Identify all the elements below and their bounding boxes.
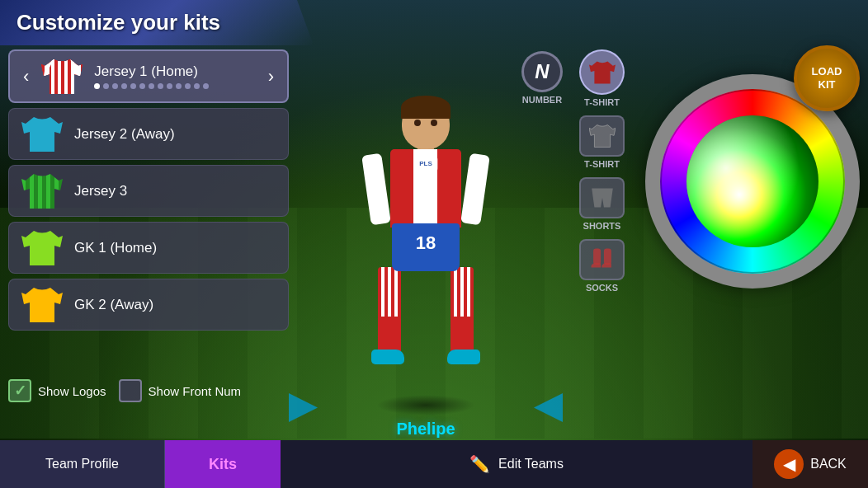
show-front-num-label: Show Front Num [149,384,242,398]
nav-edit-teams[interactable]: ✏️ Edit Teams [281,440,752,488]
kit-item-gk2[interactable]: GK 2 (Away) [8,279,289,331]
gk1-svg [21,231,63,265]
player-number: 18 [409,232,442,254]
player-prev-arrow[interactable] [289,393,318,422]
page-title: Customize your kits [17,10,220,35]
kit-next-arrow[interactable]: › [265,66,277,87]
gk2-name: GK 2 (Away) [74,297,153,313]
player-name: Phelipe [396,420,455,439]
svg-rect-5 [593,249,601,265]
jersey1-row: Jersey 1 (Home) [94,63,257,80]
player-sock-left [378,317,401,354]
kit-item-gk1[interactable]: GK 1 (Home) [8,222,289,274]
player-face [409,115,442,131]
dot-6 [149,83,154,89]
color-wheel-overlay [686,115,818,247]
jersey1-svg [41,59,83,94]
gk2-svg [21,288,63,322]
dot-10 [185,83,191,89]
kit-part-tshirt1[interactable]: T-SHIRT [579,49,625,107]
kit-item-jersey2[interactable]: Jersey 2 (Away) [8,108,289,160]
player-leg-left-upper [378,267,401,321]
kit-parts: T-SHIRT T-SHIRT SHORTS SOCKS [579,49,625,293]
player-logo: PLS [413,157,438,171]
jersey2-icon [19,115,64,152]
back-arrow-icon: ◀ [783,454,795,474]
dot-7 [158,83,163,89]
nav-team-profile-label: Team Profile [45,457,119,472]
show-logos-label: Show Logos [38,384,106,398]
number-circle[interactable]: N [521,51,563,92]
back-circle[interactable]: ◀ [774,449,804,479]
player-arm-right [460,153,490,226]
show-front-num-box[interactable] [119,379,142,402]
jersey3-svg [21,174,63,209]
load-kit-label-line2: KIT [818,78,836,92]
nav-kits[interactable]: Kits [165,440,281,488]
dot-5 [139,83,145,89]
jersey3-name: Jersey 3 [74,183,127,199]
tshirt2-icon[interactable] [579,115,625,157]
tshirt1-icon[interactable] [579,49,625,95]
jersey2-svg [21,117,63,152]
kit-part-shorts[interactable]: SHORTS [579,177,625,231]
nav-team-profile[interactable]: Team Profile [0,440,165,488]
shorts-icon[interactable] [579,177,625,218]
kit-part-tshirt2[interactable]: T-SHIRT [579,115,625,169]
jersey2-name: Jersey 2 (Away) [74,126,175,143]
player-shoe-right [447,350,480,364]
nav-edit-teams-label: Edit Teams [498,457,564,472]
nav-kits-label: Kits [209,456,237,473]
kit-part-socks[interactable]: SOCKS [579,239,625,293]
tshirt1-svg [589,61,616,84]
bottom-nav: Team Profile Kits ✏️ Edit Teams ◀ BACK [0,440,868,488]
dot-0 [94,83,100,89]
show-logos-check: ✓ [14,382,26,400]
player-sock-right [451,317,474,354]
show-front-num-checkbox[interactable]: Show Front Num [119,379,242,402]
dot-1 [103,83,109,89]
nav-back[interactable]: ◀ BACK [752,440,868,488]
dot-4 [130,83,136,89]
socks-label: SOCKS [586,283,618,293]
socks-svg [589,248,616,271]
jersey1-name: Jersey 1 (Home) [94,63,198,80]
number-label: NUMBER [522,95,562,105]
svg-rect-6 [603,249,611,265]
kit-prev-arrow[interactable]: ‹ [20,66,32,87]
checkbox-area: ✓ Show Logos Show Front Num [8,379,241,402]
dot-2 [112,83,118,89]
socks-icon[interactable] [579,239,625,280]
jersey1-icon [39,58,84,95]
dot-11 [194,83,200,89]
show-logos-checkbox[interactable]: ✓ Show Logos [8,379,106,402]
dot-9 [176,83,182,89]
number-value: N [535,60,549,83]
player-next-arrow[interactable] [534,393,563,422]
kit-item-jersey1[interactable]: ‹ [8,49,289,103]
kit-item-jersey3[interactable]: Jersey 3 [8,165,289,217]
load-kit-button[interactable]: LOAD KIT [794,45,860,111]
player-shoe-left [371,350,404,364]
number-selector[interactable]: N NUMBER [521,51,563,105]
load-kit-label-line1: LOAD [812,65,842,78]
jersey3-icon [19,172,64,209]
kit-list: ‹ [8,49,289,336]
dot-8 [167,83,172,89]
shorts-svg [589,188,616,208]
color-wheel-inner [686,115,818,247]
show-logos-box[interactable]: ✓ [8,379,31,402]
gk2-icon [19,286,64,323]
player-figure: PLS 18 [360,98,492,395]
player-arm-left [361,153,391,226]
player-nav [272,393,579,422]
edit-teams-icon: ✏️ [469,454,490,474]
dot-12 [203,83,209,89]
nav-back-label: BACK [810,457,847,472]
tshirt2-svg [589,124,616,148]
gk1-name: GK 1 (Home) [74,240,157,256]
shorts-label: SHORTS [583,221,621,231]
jersey1-info: Jersey 1 (Home) [94,63,257,89]
kit-dots [94,83,257,89]
dot-3 [121,83,127,89]
